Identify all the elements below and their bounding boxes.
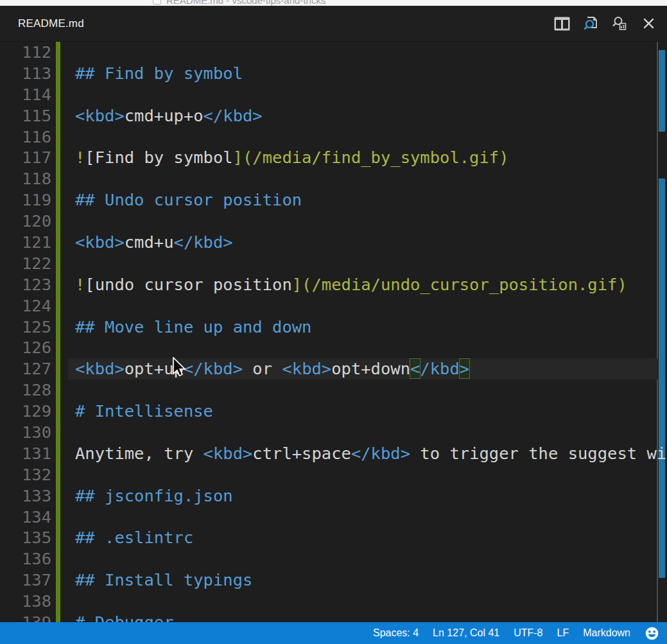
window-titlebar: README.md - vscode-tips-and-tricks	[0, 0, 667, 6]
code-line[interactable]: 126	[0, 337, 667, 358]
code-line[interactable]: 113## Find by symbol	[0, 63, 667, 84]
code-line[interactable]: 133## jsconfig.json	[0, 485, 667, 507]
open-preview-icon[interactable]	[582, 15, 599, 32]
bracket-match: >	[460, 359, 469, 378]
code-line[interactable]: 129# Intellisense	[0, 401, 667, 422]
line-number[interactable]: 124	[0, 295, 51, 317]
token-txt: opt+up	[125, 359, 184, 378]
statusbar-item-utf-8[interactable]: UTF-8	[514, 627, 542, 639]
code-line[interactable]: 118	[0, 168, 667, 189]
code-text: ![Find by symbol](/media/find_by_symbol.…	[75, 148, 509, 167]
line-number[interactable]: 138	[0, 591, 51, 612]
line-number[interactable]: 121	[0, 232, 51, 253]
split-editor-icon[interactable]	[553, 15, 570, 32]
line-number[interactable]: 136	[0, 548, 51, 570]
code-line[interactable]: 125## Move line up and down	[0, 317, 667, 338]
code-line[interactable]: 132	[0, 464, 667, 485]
statusbar-item-markdown[interactable]: Markdown	[583, 627, 630, 639]
token-h: # Debugger	[75, 613, 174, 622]
code-line[interactable]: 119## Undo cursor position	[0, 189, 667, 211]
line-number[interactable]: 119	[0, 189, 51, 211]
line-number[interactable]: 120	[0, 211, 51, 232]
line-number[interactable]: 131	[0, 443, 51, 464]
code-line[interactable]: 134	[0, 507, 667, 528]
line-number[interactable]: 125	[0, 317, 51, 338]
code-line[interactable]: 137## Install typings	[0, 570, 667, 591]
document-icon	[153, 0, 161, 4]
line-number[interactable]: 128	[0, 379, 51, 401]
code-text: # Debugger	[75, 613, 174, 622]
line-number[interactable]: 117	[0, 147, 51, 168]
line-number[interactable]: 132	[0, 464, 51, 485]
token-txt: Anytime, try	[75, 444, 204, 463]
line-number[interactable]: 113	[0, 63, 51, 84]
code-text: ## .eslintrc	[75, 528, 193, 547]
code-text: ![undo cursor position](/media/undo_curs…	[75, 275, 627, 294]
token-tag: <kbd>	[75, 359, 125, 378]
code-line[interactable]: 135## .eslintrc	[0, 527, 667, 548]
token-h: ## jsconfig.json	[75, 486, 233, 505]
code-area[interactable]: 112113## Find by symbol114115<kbd>cmd+up…	[0, 42, 667, 622]
code-line[interactable]: 122	[0, 253, 667, 274]
line-number[interactable]: 129	[0, 401, 51, 422]
token-h: ## .eslintrc	[75, 528, 193, 547]
statusbar-item-spaces-4[interactable]: Spaces: 4	[373, 627, 419, 639]
code-line[interactable]: 123![undo cursor position](/media/undo_c…	[0, 274, 667, 295]
token-h: ## Move line up and down	[75, 317, 311, 336]
tab-title[interactable]: README.md	[18, 17, 84, 30]
line-number[interactable]: 135	[0, 527, 51, 548]
code-line[interactable]: 124	[0, 295, 667, 317]
code-line[interactable]: 112	[0, 42, 667, 63]
code-line[interactable]: 120	[0, 211, 667, 232]
line-number[interactable]: 126	[0, 337, 51, 358]
bracket-match: <	[410, 359, 420, 378]
code-line[interactable]: 130	[0, 422, 667, 443]
code-line[interactable]: 116	[0, 126, 667, 148]
window-title: README.md - vscode-tips-and-tricks	[166, 0, 325, 6]
code-line[interactable]: 121<kbd>cmd+u</kbd>	[0, 232, 667, 253]
code-line[interactable]: 117![Find by symbol](/media/find_by_symb…	[0, 147, 667, 168]
line-number[interactable]: 122	[0, 253, 51, 274]
token-tag: </kbd>	[174, 232, 233, 252]
line-number[interactable]: 118	[0, 168, 51, 189]
token-h: # Intellisense	[75, 401, 213, 421]
token-tag: <kbd>	[282, 359, 331, 378]
statusbar-item-lf[interactable]: LF	[557, 627, 569, 639]
line-number[interactable]: 115	[0, 105, 51, 126]
token-h: ## Find by symbol	[75, 64, 243, 83]
code-line[interactable]: 136	[0, 548, 667, 570]
line-number[interactable]: 130	[0, 422, 51, 443]
line-number[interactable]: 137	[0, 570, 51, 591]
statusbar-item-ln-127-col-41[interactable]: Ln 127, Col 41	[433, 627, 499, 639]
line-number[interactable]: 127	[0, 358, 51, 379]
token-txt: [Find by symbol	[85, 148, 232, 167]
token-tag: <kbd>	[75, 232, 125, 252]
line-number[interactable]: 123	[0, 274, 51, 295]
code-line[interactable]: 114	[0, 84, 667, 105]
line-number[interactable]: 114	[0, 84, 51, 105]
code-text: ## jsconfig.json	[75, 486, 233, 505]
status-bar: Spaces: 4Ln 127, Col 41UTF-8LFMarkdown	[0, 622, 667, 644]
code-line[interactable]: 128	[0, 379, 667, 401]
token-url: !	[75, 275, 85, 294]
code-line[interactable]: 139# Debugger	[0, 612, 667, 622]
line-number[interactable]: 133	[0, 485, 51, 507]
line-number[interactable]: 116	[0, 126, 51, 148]
token-tag: <kbd>	[204, 444, 253, 463]
line-number[interactable]: 139	[0, 612, 51, 622]
editor[interactable]: 112113## Find by symbol114115<kbd>cmd+up…	[0, 42, 667, 622]
code-line[interactable]: 115<kbd>cmd+up+o</kbd>	[0, 105, 667, 126]
editor-title-bar: README.md	[0, 6, 667, 42]
code-text: <kbd>cmd+up+o</kbd>	[75, 106, 263, 125]
token-tag: </kbd>	[351, 444, 410, 463]
close-icon[interactable]	[640, 15, 657, 32]
code-line[interactable]: 127<kbd>opt+up</kbd> or <kbd>opt+down</k…	[0, 358, 667, 379]
token-h: ## Install typings	[75, 570, 252, 589]
code-line[interactable]: 131Anytime, try <kbd>ctrl+space</kbd> to…	[0, 443, 667, 464]
open-preview-side-icon[interactable]	[611, 15, 628, 32]
feedback-smiley-icon[interactable]	[645, 626, 659, 641]
line-number[interactable]: 134	[0, 507, 51, 528]
code-line[interactable]: 138	[0, 591, 667, 612]
line-number[interactable]: 112	[0, 42, 51, 63]
token-url: ](/media/find_by_symbol.gif)	[233, 148, 509, 167]
